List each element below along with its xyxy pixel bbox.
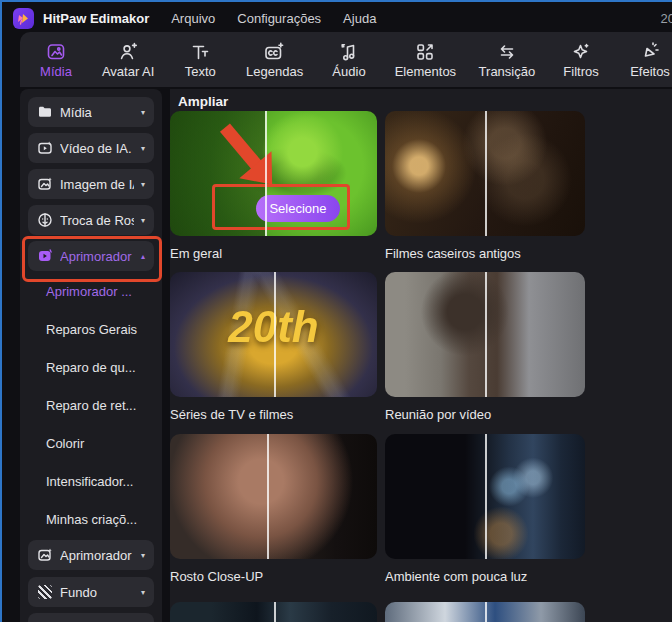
tab-transicao[interactable]: Transição xyxy=(480,41,534,79)
sidebar-subitem-colorir[interactable]: Colorir xyxy=(46,432,84,456)
annotation-arrow-icon xyxy=(207,113,291,201)
card-label: Ambiente com pouca luz xyxy=(385,569,585,584)
sidebar-item-label: Troca de Rost... xyxy=(60,213,134,228)
avatar-icon xyxy=(118,41,138,63)
sidebar-subitem-reparo-de-ret[interactable]: Reparo de ret... xyxy=(46,394,136,418)
template-card-series-tv[interactable]: 20th Séries de TV e filmes xyxy=(170,272,377,422)
sidebar-item-troca-de-rosto[interactable]: Troca de Rost... ▾ xyxy=(28,205,154,235)
captions-icon xyxy=(264,41,285,63)
card-label: Reunião por vídeo xyxy=(385,407,585,422)
thumbnail-partial-right xyxy=(385,602,585,622)
sidebar-item-label: Mídia xyxy=(60,105,92,120)
sidebar-item-label: Fundo xyxy=(60,585,97,600)
sidebar-item-fundo[interactable]: Fundo ▾ xyxy=(28,577,154,607)
sidebar-subitem-reparo-de-qu[interactable]: Reparo de qu... xyxy=(46,356,136,380)
thumbnail-pouca-luz xyxy=(385,434,585,559)
sidebar-item-aprimorador-imagem[interactable]: Aprimorador ... ▾ xyxy=(28,540,154,570)
sidebar-item-label: Vídeo de IA. xyxy=(60,141,132,156)
titlebar: HitPaw Edimakor Arquivo Configurações Aj… xyxy=(4,4,672,32)
sidebar-subitem-intensificador[interactable]: Intensificador... xyxy=(46,470,133,494)
tab-label: Elementos xyxy=(395,65,456,79)
sidebar-subitem-aprimorador[interactable]: Aprimorador ... xyxy=(46,280,132,304)
thumbnail-partial-left xyxy=(170,602,377,622)
effects-icon xyxy=(640,41,660,63)
tab-midia[interactable]: Mídia xyxy=(34,41,78,79)
media-icon xyxy=(46,41,66,63)
sidebar-item-video-de-ia[interactable]: Vídeo de IA. ▾ xyxy=(28,133,154,163)
chevron-down-icon: ▾ xyxy=(141,216,145,225)
tab-filtros[interactable]: Filtros xyxy=(559,41,603,79)
tab-label: Transição xyxy=(479,65,536,79)
tab-label: Filtros xyxy=(563,65,598,79)
thumbnail-series-tv: 20th xyxy=(170,272,377,397)
tab-efeitos[interactable]: Efeitos xyxy=(628,41,672,79)
elements-icon xyxy=(415,41,435,63)
face-swap-icon xyxy=(37,212,53,228)
tab-label: Legendas xyxy=(246,65,303,79)
tab-label: Efeitos xyxy=(630,65,670,79)
video-enhancer-icon xyxy=(37,248,53,264)
tab-avatar-ai[interactable]: Avatar AI xyxy=(103,41,153,79)
studio-logo-text: 20th xyxy=(170,302,377,352)
sidebar-item-imagem-de-ia[interactable]: Imagem de IA ▾ xyxy=(28,169,154,199)
menu-ajuda[interactable]: Ajuda xyxy=(343,11,376,26)
tab-legendas[interactable]: Legendas xyxy=(247,41,302,79)
card-label: Rosto Close-UP xyxy=(170,569,377,584)
tab-label: Mídia xyxy=(40,65,72,79)
sidebar-item-label: Aprimorador ... xyxy=(60,249,134,264)
sidebar-subitem-minhas-criacoes[interactable]: Minhas criaçõ... xyxy=(46,508,137,532)
card-label: Filmes caseiros antigos xyxy=(385,246,585,261)
audio-icon xyxy=(339,41,359,63)
template-card-rosto-closeup[interactable]: Rosto Close-UP xyxy=(170,434,377,584)
text-icon xyxy=(190,41,210,63)
chevron-up-icon: ▴ xyxy=(141,252,145,261)
content-panel: Ampliar Selecione Em geral Filmes caseir… xyxy=(170,89,672,622)
sidebar: Mídia ▾ Vídeo de IA. ▾ Imagem de IA ▾ Tr… xyxy=(20,89,162,622)
app-logo-icon xyxy=(13,8,34,29)
template-card-filmes-antigos[interactable]: Filmes caseiros antigos xyxy=(385,111,585,261)
ai-image-icon xyxy=(37,176,53,192)
thumbnail-rosto-closeup xyxy=(170,434,377,559)
template-card-pouca-luz[interactable]: Ambiente com pouca luz xyxy=(385,434,585,584)
template-card-em-geral[interactable]: Selecione Em geral xyxy=(170,111,377,261)
image-enhancer-icon xyxy=(37,547,53,563)
tab-elementos[interactable]: Elementos xyxy=(396,41,455,79)
selecione-button[interactable]: Selecione xyxy=(256,195,340,222)
app-window: HitPaw Edimakor Arquivo Configurações Aj… xyxy=(0,0,672,622)
thumbnail-reuniao-video xyxy=(385,272,585,397)
template-card-reuniao-video[interactable]: Reunião por vídeo xyxy=(385,272,585,422)
background-icon xyxy=(37,584,53,600)
filters-icon xyxy=(571,41,591,63)
tab-label: Texto xyxy=(185,65,216,79)
sidebar-subitem-reparos-gerais[interactable]: Reparos Gerais xyxy=(46,318,137,342)
card-label: Séries de TV e filmes xyxy=(170,407,377,422)
chevron-down-icon: ▾ xyxy=(141,108,145,117)
sidebar-item-label: Imagem de IA xyxy=(60,177,134,192)
tab-texto[interactable]: Texto xyxy=(178,41,222,79)
tab-label: Áudio xyxy=(332,65,365,79)
sidebar-item-midia[interactable]: Mídia ▾ xyxy=(28,97,154,127)
menu-configuracoes[interactable]: Configurações xyxy=(237,11,321,26)
ai-video-icon xyxy=(37,140,53,156)
chevron-down-icon: ▾ xyxy=(141,144,145,153)
menu-arquivo[interactable]: Arquivo xyxy=(171,11,215,26)
main-toolbar: Mídia Avatar AI Texto Legendas Áudio Ele… xyxy=(20,32,672,87)
chevron-down-icon: ▾ xyxy=(141,551,145,560)
app-title: HitPaw Edimakor xyxy=(43,11,149,26)
folder-icon xyxy=(37,104,53,120)
tab-label: Avatar AI xyxy=(102,65,155,79)
thumbnail-filmes-antigos xyxy=(385,111,585,236)
chevron-down-icon: ▾ xyxy=(141,588,145,597)
titlebar-clock: 20 xyxy=(661,11,672,26)
template-card-partial-left[interactable] xyxy=(170,602,377,622)
section-title: Ampliar xyxy=(178,94,228,109)
sidebar-item-partial[interactable] xyxy=(28,613,154,622)
sidebar-item-label: Aprimorador ... xyxy=(60,548,134,563)
card-label: Em geral xyxy=(170,246,377,261)
sidebar-item-aprimorador-video[interactable]: Aprimorador ... ▴ xyxy=(28,241,154,271)
tab-audio[interactable]: Áudio xyxy=(327,41,371,79)
template-card-partial-right[interactable] xyxy=(385,602,585,622)
chevron-down-icon: ▾ xyxy=(141,180,145,189)
thumbnail-em-geral: Selecione xyxy=(170,111,377,236)
transition-icon xyxy=(497,41,517,63)
